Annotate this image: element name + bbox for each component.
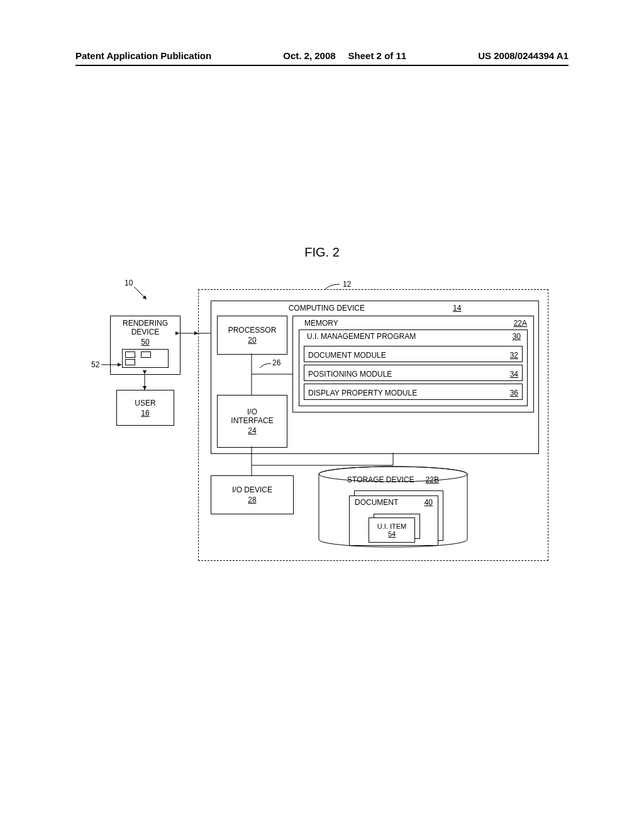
diagram-lines: [91, 277, 550, 566]
svg-line-2: [134, 287, 147, 299]
page-header: Patent Application Publication Oct. 2, 2…: [75, 50, 569, 66]
header-left: Patent Application Publication: [75, 50, 211, 61]
diagram: 10 12 COMPUTING DEVICE 14 PROCESSOR 20 M…: [91, 277, 550, 566]
header-sheet: Sheet 2 of 11: [348, 50, 407, 61]
header-date: Oct. 2, 2008: [283, 50, 335, 61]
header-pubno: US 2008/0244394 A1: [478, 50, 569, 61]
figure-caption: FIG. 2: [0, 245, 644, 260]
